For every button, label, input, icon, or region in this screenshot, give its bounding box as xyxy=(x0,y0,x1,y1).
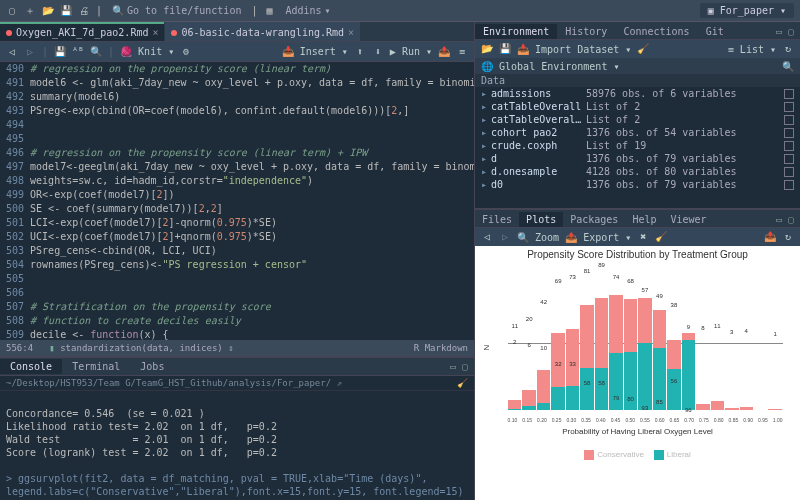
zoom-button[interactable]: 🔍 Zoom xyxy=(517,232,559,243)
addins-menu[interactable]: Addins ▾ xyxy=(281,3,334,18)
editor-tab[interactable]: 06-basic-data-wrangling.Rmd× xyxy=(165,22,360,41)
bar-column: 3856 xyxy=(667,265,680,410)
plot-tab-packages[interactable]: Packages xyxy=(563,212,625,227)
code-editor[interactable]: 4904914924934944954964974984995005015025… xyxy=(0,62,474,340)
gear-icon[interactable]: ⚙ ▾ xyxy=(180,46,192,58)
env-search-icon[interactable]: 🔍 xyxy=(782,61,794,72)
file-type[interactable]: R Markdown xyxy=(414,343,468,353)
new-file-icon[interactable]: ▢ xyxy=(6,5,18,17)
import-dataset-button[interactable]: 📥 Import Dataset ▾ xyxy=(517,44,631,55)
close-icon[interactable]: × xyxy=(348,27,354,38)
env-row[interactable]: ▸d.onesample4128 obs. of 80 variables xyxy=(475,165,800,178)
bar-column: 7333 xyxy=(566,265,579,410)
save-icon[interactable]: 💾 xyxy=(60,5,72,17)
bar-column: 996 xyxy=(682,265,695,410)
legend-item: Conservative xyxy=(584,450,644,460)
console-tab-jobs[interactable]: Jobs xyxy=(130,359,174,374)
bar-column: 4 xyxy=(740,265,753,410)
plot-tab-files[interactable]: Files xyxy=(475,212,519,227)
plot-next-icon: ▷ xyxy=(499,231,511,243)
bar-column: 11 xyxy=(711,265,724,410)
bar-column: 6932 xyxy=(551,265,564,410)
env-section-data: Data xyxy=(475,74,800,87)
print-icon[interactable]: 🖨 xyxy=(78,5,90,17)
bar-column: 4985 xyxy=(653,265,666,410)
save-doc-icon[interactable]: 💾 xyxy=(54,46,66,58)
export-button[interactable]: 📤 Export ▾ xyxy=(565,232,631,243)
open-icon[interactable]: 📂 xyxy=(42,5,54,17)
bar-column: 6880 xyxy=(624,265,637,410)
console-tab-console[interactable]: Console xyxy=(0,359,62,374)
console-clear-icon[interactable]: 🧹 xyxy=(457,378,468,388)
bar-column: 4210 xyxy=(537,265,550,410)
bar-column: 1 xyxy=(768,265,781,410)
env-row[interactable]: ▸cohort_pao21376 obs. of 54 variables xyxy=(475,126,800,139)
console-wd[interactable]: ~/Desktop/HST953/Team G/TeamG_HST_Github… xyxy=(6,378,331,388)
bar-column: 5793 xyxy=(638,265,651,410)
add-icon[interactable]: ＋ xyxy=(24,5,36,17)
plot-canvas: Propensity Score Distribution by Treatme… xyxy=(475,246,800,500)
legend-item: Liberal xyxy=(654,450,691,460)
back-icon[interactable]: ◁ xyxy=(6,46,18,58)
knit-button[interactable]: 🧶 Knit ▾ xyxy=(120,46,174,57)
run-next-icon[interactable]: ⬇ xyxy=(372,46,384,58)
env-row[interactable]: ▸admissions58976 obs. of 6 variables xyxy=(475,87,800,100)
env-tab-connections[interactable]: Connections xyxy=(615,24,697,39)
bar-column: 8 xyxy=(696,265,709,410)
plot-tab-plots[interactable]: Plots xyxy=(519,212,563,227)
editor-tab[interactable]: Oxygen_AKI_7d_pao2.Rmd× xyxy=(0,22,164,41)
find-icon[interactable]: 🔍 xyxy=(90,46,102,58)
view-data-icon[interactable] xyxy=(784,167,794,177)
cursor-position: 556:4 xyxy=(6,343,33,353)
publish-plot-icon[interactable]: 📤 xyxy=(764,231,776,243)
goto-file-input[interactable]: 🔍 Go to file/function xyxy=(108,3,245,18)
fwd-icon: ▷ xyxy=(24,46,36,58)
env-row[interactable]: ▸d1376 obs. of 79 variables xyxy=(475,152,800,165)
outline-icon[interactable]: ≡ xyxy=(456,46,468,58)
view-data-icon[interactable] xyxy=(784,141,794,151)
load-ws-icon[interactable]: 📂 xyxy=(481,43,493,55)
refresh-plot-icon[interactable]: ↻ xyxy=(782,231,794,243)
bar-column: 7479 xyxy=(609,265,622,410)
view-data-icon[interactable] xyxy=(784,180,794,190)
pane-controls[interactable]: ▭ ▢ xyxy=(770,24,800,39)
bar-column: 8158 xyxy=(580,265,593,410)
env-row[interactable]: ▸catTableOveral…List of 2 xyxy=(475,113,800,126)
publish-icon[interactable]: 📤 ▾ xyxy=(438,46,450,58)
remove-plot-icon[interactable]: ✖ xyxy=(637,231,649,243)
plot-tab-help[interactable]: Help xyxy=(625,212,663,227)
view-data-icon[interactable] xyxy=(784,154,794,164)
chunk-nav[interactable]: standardization(data, indices) xyxy=(60,343,223,353)
console-tab-terminal[interactable]: Terminal xyxy=(62,359,130,374)
clear-ws-icon[interactable]: 🧹 xyxy=(637,43,649,55)
save-ws-icon[interactable]: 💾 xyxy=(499,43,511,55)
view-data-icon[interactable] xyxy=(784,102,794,112)
plot-tab-viewer[interactable]: Viewer xyxy=(663,212,713,227)
view-data-icon[interactable] xyxy=(784,115,794,125)
env-tab-git[interactable]: Git xyxy=(698,24,732,39)
refresh-icon[interactable]: ↻ xyxy=(782,43,794,55)
view-data-icon[interactable] xyxy=(784,89,794,99)
close-icon[interactable]: × xyxy=(152,27,158,38)
plot-prev-icon[interactable]: ◁ xyxy=(481,231,493,243)
view-mode[interactable]: ≡ List ▾ xyxy=(728,44,776,55)
bar-column: 206 xyxy=(522,265,535,410)
env-tab-history[interactable]: History xyxy=(557,24,615,39)
insert-button[interactable]: 📥 Insert ▾ xyxy=(282,46,348,57)
env-scope[interactable]: 🌐 Global Environment ▾ xyxy=(481,61,619,72)
grid-icon[interactable]: ▦ xyxy=(263,5,275,17)
clear-plots-icon[interactable]: 🧹 xyxy=(655,231,667,243)
pane-controls-bottom[interactable]: ▭ ▢ xyxy=(770,212,800,227)
env-tab-environment[interactable]: Environment xyxy=(475,24,557,39)
env-row[interactable]: ▸catTableOverallList of 2 xyxy=(475,100,800,113)
run-prev-icon[interactable]: ⬆ xyxy=(354,46,366,58)
view-data-icon[interactable] xyxy=(784,128,794,138)
project-selector[interactable]: ▣ For_paper ▾ xyxy=(700,3,794,18)
env-row[interactable]: ▸crude.coxphList of 19 xyxy=(475,139,800,152)
bar-column xyxy=(754,265,767,410)
env-row[interactable]: ▸d01376 obs. of 79 variables xyxy=(475,178,800,191)
run-button[interactable]: ▶ Run ▾ xyxy=(390,46,432,57)
bar-column: 8958 xyxy=(595,265,608,410)
spellcheck-icon[interactable]: ᴬᴮ xyxy=(72,46,84,58)
console-output[interactable]: Concordance= 0.546 (se = 0.021 ) Likelih… xyxy=(0,391,474,500)
